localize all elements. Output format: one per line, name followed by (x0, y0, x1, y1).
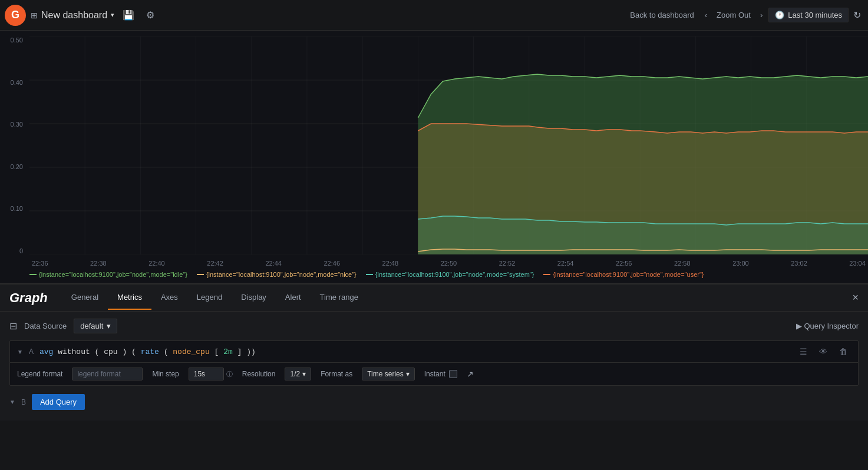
dashboard-title: New dashboard (41, 10, 107, 21)
instant-checkbox-group: Instant (424, 370, 457, 378)
y-label-0_40: 0.40 (11, 79, 23, 86)
query-row-a-header: ▼ A avg without ( cpu ) ( rate ( node_cp… (10, 341, 858, 362)
panel-editor: Graph General Metrics Axes Legend Displa… (0, 284, 868, 421)
tab-general[interactable]: General (62, 286, 108, 310)
instant-label: Instant (424, 370, 445, 378)
query-a-letter: A (29, 347, 34, 356)
format-as-select[interactable]: Time series ▾ (362, 368, 415, 380)
resolution-value: 1/2 (290, 370, 300, 378)
query-section: ⊟ Data Source default ▾ ▶ Query Inspecto… (0, 312, 868, 421)
y-label-0_30: 0.30 (11, 121, 23, 128)
time-controls: ‹ Zoom Out › 🕐 Last 30 minutes ↻ (701, 7, 863, 23)
query-inspector-arrow-icon: ▶ (796, 322, 802, 330)
query-row-a: ▼ A avg without ( cpu ) ( rate ( node_cp… (9, 340, 859, 386)
close-panel-editor-button[interactable]: × (852, 292, 859, 304)
query-inspector-button[interactable]: ▶ Query Inspector (796, 322, 859, 330)
min-step-input[interactable] (189, 368, 224, 380)
external-link-icon[interactable]: ↗ (467, 369, 474, 379)
min-step-info-icon: ⓘ (226, 370, 233, 379)
query-a-eye-button[interactable]: 👁 (816, 346, 831, 358)
datasource-label: Data Source (24, 322, 67, 330)
chart-legend: {instance="localhost:9100",job="node",mo… (0, 266, 868, 283)
tab-display[interactable]: Display (232, 286, 276, 310)
tab-time-range[interactable]: Time range (311, 286, 368, 310)
legend-nice-color (197, 274, 204, 275)
zoom-out-next-button[interactable]: › (757, 8, 766, 22)
topnav-right: Back to dashboard ‹ Zoom Out › 🕐 Last 30… (630, 7, 863, 23)
grafana-logo[interactable]: G (5, 5, 26, 26)
legend-format-label: Legend format (17, 370, 62, 378)
legend-idle: {instance="localhost:9100",job="node",mo… (29, 271, 187, 278)
query-a-options-button[interactable]: ☰ (796, 346, 811, 358)
expr-paren-open: ( (95, 347, 100, 356)
format-as-value: Time series (367, 370, 404, 378)
legend-idle-label: {instance="localhost:9100",job="node",mo… (39, 271, 187, 278)
panel-title: Graph (9, 290, 48, 306)
tab-legend[interactable]: Legend (187, 286, 232, 310)
legend-system-color (366, 274, 373, 275)
svg-marker-23 (418, 74, 868, 254)
query-inspector-label: Query Inspector (804, 322, 859, 330)
clock-icon: 🕐 (775, 11, 784, 19)
query-a-delete-button[interactable]: 🗑 (836, 346, 851, 358)
min-step-label: Min step (152, 370, 179, 378)
query-a-options-row: Legend format Min step ⓘ Resolution 1/2 … (10, 362, 858, 385)
back-to-dashboard-button[interactable]: Back to dashboard (630, 11, 694, 19)
legend-user-color (543, 274, 550, 275)
query-b-letter: B (21, 398, 26, 406)
zoom-out-button[interactable]: Zoom Out (713, 8, 754, 22)
dashboard-title-btn[interactable]: ⊞ New dashboard ▾ (31, 10, 114, 21)
legend-user-label: {instance="localhost:9100",job="node",mo… (553, 271, 704, 278)
expr-avg: avg (39, 347, 53, 356)
expr-bracket-close: ] (237, 347, 242, 356)
expr-cpu: cpu (104, 347, 117, 356)
y-label-0_50: 0.50 (11, 37, 23, 44)
datasource-icon: ⊟ (9, 320, 17, 332)
legend-system: {instance="localhost:9100",job="node",mo… (366, 271, 534, 278)
query-a-collapse-button[interactable]: ▼ (17, 349, 23, 355)
expr-node-cpu: node_cpu (173, 347, 209, 356)
time-range-button[interactable]: 🕐 Last 30 minutes (768, 8, 849, 22)
expr-paren-node-open: ( (164, 347, 169, 356)
settings-button[interactable]: ⚙ (143, 6, 158, 24)
query-row-b: ▼ B Add Query (9, 390, 859, 413)
y-label-0_10: 0.10 (11, 205, 23, 212)
legend-nice-label: {instance="localhost:9100",job="node",mo… (206, 271, 357, 278)
expr-rate: rate (141, 347, 159, 356)
datasource-row: ⊟ Data Source default ▾ ▶ Query Inspecto… (9, 319, 859, 333)
legend-idle-color (29, 274, 37, 275)
legend-format-input[interactable] (72, 368, 143, 380)
chart-svg (29, 37, 868, 254)
add-query-button[interactable]: Add Query (32, 394, 85, 410)
query-b-collapse-button[interactable]: ▼ (9, 399, 15, 405)
tab-alert[interactable]: Alert (276, 286, 311, 310)
refresh-button[interactable]: ↻ (851, 7, 863, 23)
expr-paren-rate-open: ( (131, 347, 136, 356)
datasource-select[interactable]: default ▾ (74, 319, 117, 333)
y-label-0: 0 (19, 247, 23, 254)
chart-area: 0.50 0.40 0.30 0.20 0.10 0 (0, 31, 868, 284)
datasource-value: default (80, 322, 103, 330)
format-as-chevron-icon: ▾ (406, 370, 410, 378)
y-axis: 0.50 0.40 0.30 0.20 0.10 0 (0, 37, 27, 254)
legend-nice: {instance="localhost:9100",job="node",mo… (197, 271, 357, 278)
resolution-label: Resolution (242, 370, 276, 378)
tab-axes[interactable]: Axes (151, 286, 187, 310)
expr-paren-close: ) (122, 347, 127, 356)
dropdown-chevron-icon: ▾ (111, 11, 114, 19)
panel-editor-header: Graph General Metrics Axes Legend Displa… (0, 284, 868, 312)
topnav-left: G ⊞ New dashboard ▾ 💾 ⚙ (5, 5, 158, 26)
zoom-out-prev-button[interactable]: ‹ (701, 8, 711, 22)
y-label-0_20: 0.20 (11, 163, 23, 170)
top-navbar: G ⊞ New dashboard ▾ 💾 ⚙ Back to dashboar… (0, 0, 868, 31)
save-button[interactable]: 💾 (119, 6, 138, 24)
query-a-expression[interactable]: avg without ( cpu ) ( rate ( node_cpu [ … (39, 347, 790, 356)
legend-system-label: {instance="localhost:9100",job="node",mo… (375, 271, 534, 278)
resolution-select[interactable]: 1/2 ▾ (285, 368, 311, 380)
resolution-chevron-icon: ▾ (302, 370, 306, 378)
tab-metrics[interactable]: Metrics (108, 286, 151, 310)
format-as-label: Format as (321, 370, 352, 378)
expr-2m: 2m (223, 347, 233, 356)
query-a-actions: ☰ 👁 🗑 (796, 346, 851, 358)
instant-checkbox[interactable] (449, 370, 457, 378)
